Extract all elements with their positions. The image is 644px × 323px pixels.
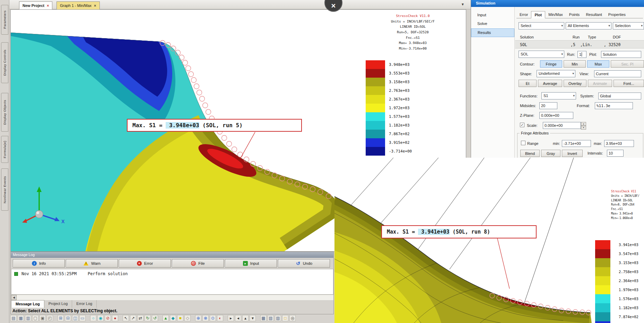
midsides-input[interactable]: 20 — [539, 102, 557, 109]
blend-button[interactable]: Blend — [520, 150, 540, 157]
scale-spinner[interactable]: ▴ ▾ — [581, 122, 586, 129]
message-log-titlebar[interactable]: Message Log — [11, 252, 333, 258]
add-grid-icon[interactable]: ⊞ — [58, 315, 64, 321]
chevron-down-icon[interactable]: ▼ — [461, 2, 464, 6]
scale-input[interactable]: 0.000e+00 — [543, 122, 581, 129]
min-input[interactable]: -3.71e+00 — [562, 140, 591, 147]
tab-resultant[interactable]: Resultant — [583, 11, 605, 18]
prohibit-icon[interactable]: ⊘ — [105, 315, 111, 321]
min-button[interactable]: Min — [564, 60, 586, 68]
triangle-icon[interactable]: ▲ — [163, 315, 169, 321]
run-input[interactable]: 1 — [577, 51, 586, 58]
dot-icon[interactable]: ● — [112, 315, 118, 321]
back-icon[interactable]: ◂ — [235, 315, 241, 321]
close-icon[interactable]: × — [94, 3, 96, 8]
warn-filter-button[interactable]: !Warn — [66, 259, 118, 268]
functions-dropdown[interactable]: S1▾ — [541, 92, 576, 99]
format-input[interactable]: %11.3e — [595, 102, 633, 109]
window-icon[interactable]: ◰ — [47, 315, 53, 321]
undo-icon[interactable]: ↺ — [152, 315, 158, 321]
tab-minmax[interactable]: Min/Max — [545, 11, 566, 18]
selection-dropdown[interactable]: Selection▾ — [613, 22, 644, 29]
arrow-nw-icon[interactable]: ↖ — [123, 315, 129, 321]
tab-message-log[interactable]: Message Log — [11, 300, 44, 308]
intervals-input[interactable]: 10 — [607, 150, 624, 157]
list-icon[interactable]: ▥ — [25, 315, 31, 321]
shape-dropdown[interactable]: Undeformed▾ — [537, 70, 575, 77]
view-box[interactable]: Current — [594, 70, 641, 77]
page-filled-icon[interactable]: ▣ — [40, 315, 46, 321]
tab-project-log[interactable]: Project Log — [44, 300, 72, 308]
overlay-button[interactable]: Overlay — [564, 80, 586, 87]
sidebar-tab-parameters[interactable]: Parameters — [1, 5, 8, 35]
invert-button[interactable]: Invert — [562, 150, 583, 157]
tab-new-project[interactable]: New Project × — [19, 1, 52, 9]
point-icon[interactable]: ◉ — [97, 315, 104, 321]
close-icon[interactable]: × — [47, 3, 49, 8]
system-box[interactable]: Global — [598, 93, 641, 99]
font-button[interactable]: Font... — [613, 80, 644, 87]
zplane-input[interactable]: 0.000e+00 — [539, 112, 573, 119]
solution-dropdown[interactable]: SOL▾ — [519, 51, 564, 58]
swap-icon[interactable]: ⇄ — [137, 315, 143, 321]
grid-icon[interactable]: ▦ — [18, 315, 24, 321]
hatch-icon[interactable]: ▩ — [260, 315, 267, 321]
redo-icon[interactable]: ↻ — [145, 315, 151, 321]
error-filter-button[interactable]: ×Error — [119, 259, 171, 268]
tab-error-log[interactable]: Error Log — [72, 300, 97, 308]
nav-solve[interactable]: Solve — [471, 20, 514, 28]
annotation-max-s1[interactable]: Max. S1 = 3.948e+03 (SOL, run 5) — [127, 119, 302, 132]
file-filter-button[interactable]: ⊘File — [172, 259, 224, 268]
tab-error[interactable]: Error — [516, 11, 531, 18]
plot-type-box[interactable]: Solution — [601, 51, 641, 58]
sidebar-tab-display-objects[interactable]: Display Objects — [1, 93, 8, 132]
plus-circle-icon[interactable]: ⊕ — [195, 315, 201, 321]
max-button[interactable]: Max — [587, 60, 609, 68]
info-filter-button[interactable]: iInfo — [13, 259, 65, 268]
box-icon[interactable]: □ — [282, 315, 288, 321]
undo-button[interactable]: ↺Undo — [278, 259, 330, 268]
up-icon[interactable]: ▴ — [242, 315, 249, 321]
down-icon[interactable]: ▾ — [250, 315, 256, 321]
message-log-list[interactable]: Nov 16 2021 03:55:25PM Perform solution — [11, 269, 333, 295]
sidebar-tab-nonlinear-events[interactable]: Nonlinear Events — [1, 168, 8, 211]
simulation-titlebar[interactable]: Simulation — [471, 0, 644, 7]
half-circle-icon[interactable]: ◐ — [217, 315, 223, 321]
select-mode-dropdown[interactable]: Select▾ — [519, 22, 564, 29]
table-icon[interactable]: ▤ — [10, 315, 17, 321]
nav-input[interactable]: Input — [471, 11, 514, 20]
fringe-button[interactable]: Fringe — [540, 60, 562, 68]
sidebar-tab-display-controls[interactable]: Display Controls — [1, 42, 8, 83]
tab-points[interactable]: Points — [566, 11, 583, 18]
tab-plot[interactable]: Plot — [531, 11, 545, 18]
tab-properties[interactable]: Properties — [605, 11, 629, 18]
log-entry[interactable]: Nov 16 2021 03:55:25PM Perform solution — [11, 269, 333, 276]
et-button[interactable]: Et — [519, 80, 537, 87]
outline-diamond-icon[interactable]: ◇ — [184, 315, 191, 321]
horizontal-scrollbar[interactable]: ◀ — [11, 295, 333, 300]
range-checkbox[interactable] — [521, 141, 525, 145]
page-icon[interactable]: ▢ — [32, 315, 38, 321]
average-button[interactable]: Average — [538, 80, 562, 87]
tab-graph-minmax[interactable]: Graph 1 - Min/Max × — [56, 1, 100, 9]
solution-grid-row[interactable]: SOL ,5 ,Lin. , 32520 — [515, 40, 644, 49]
hatch-diag-icon[interactable]: ▧ — [268, 315, 274, 321]
nav-results[interactable]: Results — [471, 28, 514, 37]
diamond-icon[interactable]: ◆ — [170, 315, 176, 321]
hatch-back-icon[interactable]: ▨ — [275, 315, 281, 321]
all-elements-dropdown[interactable]: All Elements▾ — [566, 22, 611, 29]
spinner-up-icon[interactable]: ▴ — [581, 122, 586, 126]
times-circle-icon[interactable]: ⊗ — [202, 315, 209, 321]
scroll-left-button[interactable]: ◀ — [11, 295, 17, 300]
input-filter-button[interactable]: ▸Input — [225, 259, 277, 268]
gray-button[interactable]: Gray — [541, 150, 560, 157]
scale-checkbox[interactable]: ✓ — [520, 123, 524, 127]
sidebar-tab-formulae[interactable]: Formula(e) — [1, 136, 8, 163]
split-view-icon[interactable]: ◫ — [72, 315, 78, 321]
frame-icon[interactable]: ▭ — [79, 315, 86, 321]
max-input[interactable]: 3.95e+03 — [604, 140, 634, 147]
remove-grid-icon[interactable]: ⊟ — [65, 315, 71, 321]
spinner-down-icon[interactable]: ▾ — [581, 126, 586, 130]
circle-icon[interactable]: ○ — [90, 315, 96, 321]
square-icon[interactable]: ■ — [177, 315, 183, 321]
